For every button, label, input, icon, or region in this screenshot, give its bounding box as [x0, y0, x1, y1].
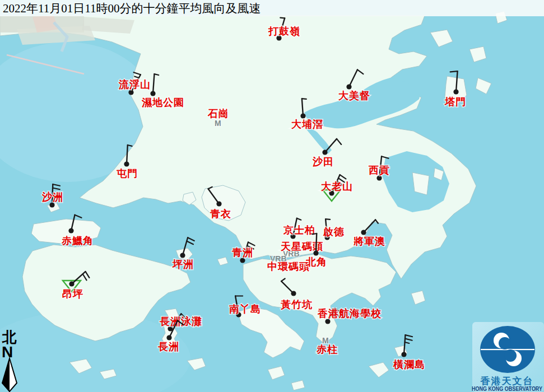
island-kau-sai-chau [412, 172, 429, 195]
station-dot [166, 335, 171, 340]
station-dot [361, 230, 366, 235]
station-label: 黃竹坑 [281, 299, 313, 310]
station-label: 南丫島 [229, 304, 261, 315]
logo-english-text: HONG KONG OBSERVATORY [472, 385, 543, 392]
hko-logo: 香港天文台 HONG KONG OBSERVATORY [472, 322, 544, 392]
station-dot [49, 202, 54, 207]
station-label: 流浮山 [118, 79, 151, 90]
wind-barb-half-icon [280, 18, 285, 18]
station-label: 橫瀾島 [393, 359, 425, 370]
logo-crossline [481, 349, 534, 350]
station-label: 屯門 [117, 168, 138, 179]
station-label: 香港航海學校 [317, 308, 382, 319]
station-label: 濕地公園 [141, 97, 184, 108]
wind-barb-full-icon [450, 71, 458, 72]
maintenance-tag: M [215, 119, 221, 128]
station-dot [128, 90, 133, 95]
station-label: 中環碼頭 [267, 261, 310, 272]
logo-swirl-lower-cut [504, 349, 517, 362]
wind-barb-half-icon [302, 99, 306, 99]
wind-barb-half-icon [326, 219, 330, 220]
wind-barb-staff [316, 234, 317, 253]
station-label: 西貢 [368, 165, 390, 176]
station-label: 赤鱲角 [61, 235, 94, 246]
station-label: 石崗 [207, 108, 229, 119]
station-dot [401, 352, 406, 357]
station-label: 青衣 [210, 208, 231, 220]
station-dot [216, 201, 221, 206]
station-label: 沙洲 [41, 192, 63, 203]
station-label: 打鼓嶺 [268, 26, 300, 37]
station-dot [150, 91, 155, 96]
station-dot [453, 89, 458, 94]
station-label: 大埔滘 [291, 119, 323, 130]
station-dot [291, 291, 296, 296]
station-label: 塔門 [444, 96, 466, 108]
station-dot [325, 319, 330, 324]
station-label: 坪洲 [172, 259, 194, 270]
station-dot [300, 113, 305, 118]
station-label: 長洲 [157, 341, 179, 352]
station-label: 長洲泳灘 [159, 316, 202, 327]
station-label: 京士柏 [283, 225, 315, 236]
station-label: 青洲 [231, 247, 253, 258]
station-label: 沙田 [312, 156, 334, 167]
station-dot [322, 150, 327, 155]
station-label: 啟德 [323, 226, 345, 237]
station-dot [124, 161, 129, 166]
station-dot [240, 258, 245, 263]
map-title: 2022年11月01日11時00分的十分鐘平均風向及風速 [3, 2, 261, 15]
station-label: 大美督 [338, 90, 370, 101]
station-label: 北角 [305, 256, 327, 268]
compass-n-label: N [2, 343, 13, 361]
station-dot [346, 84, 351, 89]
station-dot [313, 250, 318, 255]
map-canvas: 打鼓嶺流浮山濕地公園M石崗大美督塔門大埔滘沙田西貢大老山屯門沙洲赤鱲角青衣坪洲青… [0, 0, 544, 392]
station-label: 昂坪 [62, 288, 83, 300]
station-dot [68, 228, 73, 233]
logo-swirl-upper-cut [499, 337, 511, 349]
station-dot [69, 281, 74, 286]
station-label: 赤柱 [316, 344, 338, 355]
station-dot [180, 253, 185, 258]
station-label: 將軍澳 [353, 236, 385, 247]
wind-barb-half-icon [312, 234, 317, 234]
station-label: 大老山 [320, 181, 353, 192]
hk-wind-map: 打鼓嶺流浮山濕地公園M石崗大美督塔門大埔滘沙田西貢大老山屯門沙洲赤鱲角青衣坪洲青… [0, 0, 544, 392]
station-dot [376, 175, 382, 180]
